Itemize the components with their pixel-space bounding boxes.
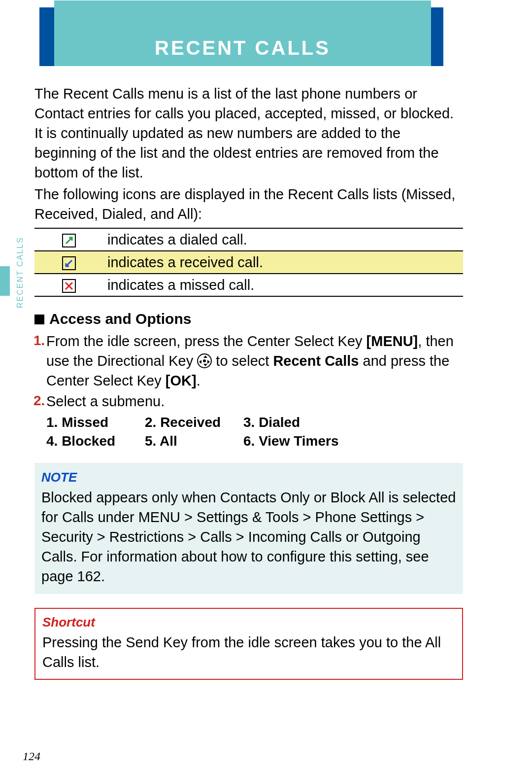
submenu-item: 5. All xyxy=(145,432,243,451)
shortcut-title: Shortcut xyxy=(42,614,455,632)
step-1: From the idle screen, press the Center S… xyxy=(46,331,463,390)
dialed-call-icon xyxy=(62,234,76,247)
page-number: 124 xyxy=(23,750,40,763)
steps-list: From the idle screen, press the Center S… xyxy=(34,331,463,411)
table-row: indicates a received call. xyxy=(34,251,463,274)
submenu-item: 2. Received xyxy=(145,413,243,432)
icon-cell xyxy=(34,274,102,296)
icon-cell xyxy=(34,228,102,251)
submenu-item: 1. Missed xyxy=(46,413,145,432)
received-call-icon xyxy=(62,256,76,270)
icon-desc: indicates a dialed call. xyxy=(102,228,463,251)
page: RECENT CALLS RECENT CALLS The Recent Cal… xyxy=(0,0,532,772)
note-body: Blocked appears only when Contacts Only … xyxy=(41,488,456,586)
section-title: Access and Options xyxy=(49,311,191,327)
submenu-item: 4. Blocked xyxy=(46,432,145,451)
section-heading: Access and Options xyxy=(34,309,463,329)
directional-key-icon xyxy=(197,353,212,368)
table-row: indicates a missed call. xyxy=(34,274,463,296)
page-title: RECENT CALLS xyxy=(155,37,331,59)
submenu-item: 3. Dialed xyxy=(243,413,352,432)
side-section-label: RECENT CALLS xyxy=(16,237,25,308)
note-title: NOTE xyxy=(41,469,456,487)
step-text: to select xyxy=(212,353,273,369)
intro-paragraph-2: The following icons are displayed in the… xyxy=(34,184,463,224)
icon-cell xyxy=(34,251,102,274)
note-box: NOTE Blocked appears only when Contacts … xyxy=(34,463,463,594)
key-label-ok: [OK] xyxy=(166,373,197,388)
missed-call-icon xyxy=(62,279,76,293)
icon-desc: indicates a missed call. xyxy=(102,274,463,296)
shortcut-body: Pressing the Send Key from the idle scre… xyxy=(42,632,455,672)
header-main: RECENT CALLS xyxy=(54,0,431,66)
table-row: indicates a dialed call. xyxy=(34,228,463,251)
icon-legend-table: indicates a dialed call. indicates a rec… xyxy=(34,228,463,297)
header-accent-left xyxy=(39,7,54,66)
square-bullet-icon xyxy=(34,315,44,324)
page-content: The Recent Calls menu is a list of the l… xyxy=(34,84,463,680)
submenu-item: 6. View Timers xyxy=(243,432,352,451)
key-label-menu: [MENU] xyxy=(366,333,418,349)
step-text: Select a submenu. xyxy=(46,393,165,409)
step-text: From the idle screen, press the Center S… xyxy=(46,333,366,349)
submenu-grid: 1. Missed 2. Received 3. Dialed 4. Block… xyxy=(46,413,463,451)
page-header: RECENT CALLS xyxy=(39,7,443,66)
step-text: . xyxy=(197,373,200,388)
side-tab xyxy=(0,266,10,296)
step-2: Select a submenu. xyxy=(46,391,463,411)
icon-desc: indicates a received call. xyxy=(102,251,463,274)
intro-paragraph-1: The Recent Calls menu is a list of the l… xyxy=(34,84,463,182)
header-accent-right xyxy=(431,7,443,66)
menu-name-recent-calls: Recent Calls xyxy=(273,353,359,369)
shortcut-box: Shortcut Pressing the Send Key from the … xyxy=(34,608,463,680)
